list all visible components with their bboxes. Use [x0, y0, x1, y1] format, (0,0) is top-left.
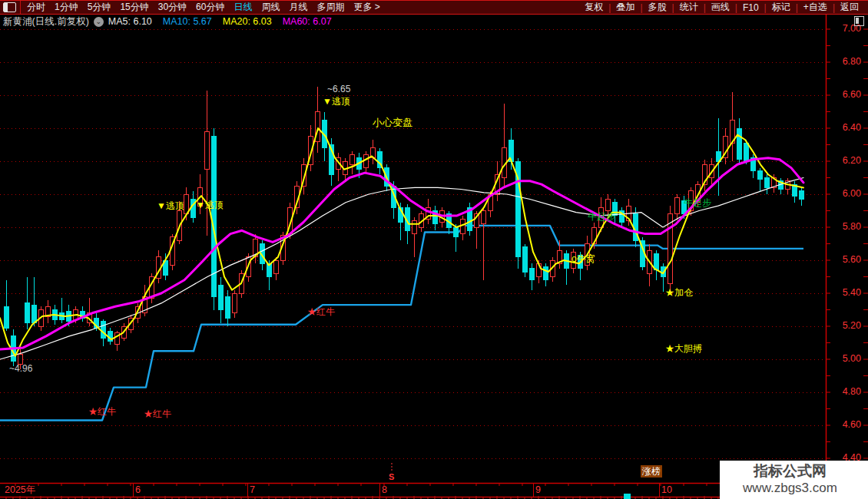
price-axis-label: 5.40: [843, 287, 861, 298]
menu-item-period-2[interactable]: 5分钟: [83, 2, 116, 12]
candle-78: [543, 267, 548, 280]
price-axis-label: 5.20: [843, 320, 861, 331]
annotation-13: ~4.96: [9, 363, 33, 374]
menu-item-tool-1[interactable]: 叠加: [611, 1, 639, 14]
kline-chart-canvas[interactable]: 7.006.806.606.406.206.005.805.605.405.20…: [0, 0, 868, 499]
menu-item-period-4[interactable]: 30分钟: [154, 2, 191, 12]
x-axis-month-label-2: 8: [382, 484, 387, 495]
menu-divider: |: [764, 2, 767, 13]
ma-value-1: MA10: 5.67: [163, 16, 212, 27]
candle-59: [412, 220, 416, 233]
chart-title: 新黄浦(日线.前复权): [3, 15, 89, 28]
menu-item-tool-0[interactable]: 复权: [580, 1, 608, 14]
menu-item-period-3[interactable]: 15分钟: [115, 2, 153, 12]
top-menubar: 分时1分钟5分钟15分钟30分钟60分钟日线周线月线多周期更多 > 复权|叠加|…: [0, 0, 868, 15]
watermark-site-url: www.zbgs3.com: [720, 480, 860, 496]
menu-divider: |: [735, 2, 737, 13]
candle-107: [744, 143, 748, 161]
menu-divider: |: [608, 2, 611, 13]
watermark-site-name: 指标公式网: [720, 463, 860, 480]
tools-menu: 复权|叠加|多股|统计|画线|F10|标记|+自选|返回: [580, 1, 868, 14]
price-axis[interactable]: 7.006.806.606.406.206.005.805.605.405.20…: [826, 15, 868, 497]
pane-layout-icon[interactable]: [854, 16, 864, 26]
annotation-1: ▼逃顶: [323, 96, 350, 107]
annotation-6: ★红牛: [144, 408, 171, 419]
sell-signal-marker: S: [389, 472, 394, 481]
menu-divider: |: [796, 2, 798, 13]
candle-3: [25, 303, 29, 323]
candle-106: [737, 128, 741, 160]
menu-item-tool-8[interactable]: 返回: [836, 1, 863, 14]
annotation-3: ▼逃顶: [157, 200, 184, 211]
price-axis-label: 5.60: [843, 254, 861, 265]
ma-value-3: MA60: 6.07: [283, 16, 332, 27]
menubar-divider: [20, 1, 21, 14]
candle-75: [522, 247, 527, 272]
ma-yellow: [0, 128, 803, 356]
menu-item-period-8[interactable]: 月线: [284, 2, 312, 12]
annotation-10: 牛起步: [684, 197, 711, 208]
candle-110: [764, 178, 769, 188]
menu-item-period-7[interactable]: 周线: [257, 2, 284, 12]
candle-87: [605, 199, 610, 210]
x-axis-month-label-3: 9: [535, 484, 541, 495]
menu-divider: |: [704, 2, 706, 13]
menu-item-period-1[interactable]: 1分钟: [50, 2, 83, 12]
menu-divider: |: [640, 2, 642, 13]
price-axis-label: 4.60: [843, 419, 861, 430]
annotation-5: ★红牛: [88, 406, 116, 417]
price-axis-label: 6.40: [843, 122, 861, 133]
ma-values: MA5: 6.10MA10: 5.67MA20: 6.03MA60: 6.07: [108, 16, 343, 27]
price-axis-label: 6.00: [843, 188, 861, 199]
step-line-blue: [0, 226, 803, 421]
candle-0: [4, 306, 8, 328]
menu-item-tool-3[interactable]: 统计: [675, 1, 703, 14]
menu-divider: |: [833, 2, 835, 13]
candle-32: [225, 296, 230, 318]
annotation-12: ★大胆搏: [665, 343, 702, 354]
annotation-8: o牛窝: [571, 253, 595, 264]
stock-app-window: 7.006.806.606.406.206.005.805.605.405.20…: [0, 0, 868, 499]
grid-lines: [0, 29, 826, 458]
x-axis-year-label: 2025年: [5, 484, 35, 495]
menu-item-period-9[interactable]: 多周期: [312, 2, 349, 12]
menu-item-tool-4[interactable]: 画线: [707, 1, 734, 14]
menu-divider: |: [672, 2, 674, 13]
annotation-4: ▼逃顶: [196, 200, 224, 210]
menu-item-tool-2[interactable]: 多股: [644, 1, 671, 14]
annotation-11: ★加仓: [665, 287, 693, 298]
menu-item-period-0[interactable]: 分时: [22, 2, 50, 12]
menu-item-period-5[interactable]: 60分钟: [191, 2, 229, 12]
price-axis-label: 5.00: [843, 353, 861, 364]
menu-item-tool-5[interactable]: F10: [738, 2, 764, 13]
rise-rank-tag[interactable]: 涨榜: [641, 465, 662, 478]
menu-item-period-6[interactable]: 日线: [229, 2, 257, 12]
candle-97: [674, 197, 679, 214]
price-axis-label: 6.20: [843, 155, 861, 166]
candle-4: [31, 305, 36, 323]
menu-item-tool-6[interactable]: 标记: [767, 1, 795, 14]
price-axis-label: 6.80: [843, 56, 861, 67]
candle-69: [481, 211, 485, 224]
menu-item-period-10[interactable]: 更多 >: [349, 2, 384, 12]
period-menu: 分时1分钟5分钟15分钟30分钟60分钟日线周线月线多周期更多 >: [22, 1, 385, 14]
ma-magenta: [0, 158, 803, 349]
candle-14: [101, 322, 105, 339]
chart-titlebar: 新黄浦(日线.前复权) ⌄ MA5: 6.10MA10: 5.67MA20: 6…: [0, 15, 868, 28]
price-axis-label: 6.60: [843, 89, 861, 100]
ma-value-0: MA5: 6.10: [108, 16, 152, 27]
candle-65: [453, 227, 458, 237]
price-axis-label: 5.80: [843, 221, 861, 232]
x-axis-month-label-1: 7: [250, 484, 255, 495]
window-layout-icon[interactable]: [3, 2, 16, 12]
candle-26: [184, 194, 188, 214]
candle-109: [757, 171, 762, 180]
annotation-7: ★红牛: [307, 306, 335, 317]
x-axis-month-label-4: 10: [661, 484, 672, 495]
watermark: 指标公式网 www.zbgs3.com: [720, 461, 868, 499]
indicator-lines: [0, 226, 803, 421]
annotation-0: ~6.65: [327, 84, 351, 94]
x-axis-month-label-0: 6: [135, 484, 141, 495]
menu-item-tool-7[interactable]: +自选: [799, 1, 832, 14]
collapse-chevron-icon[interactable]: ⌄: [94, 17, 104, 27]
